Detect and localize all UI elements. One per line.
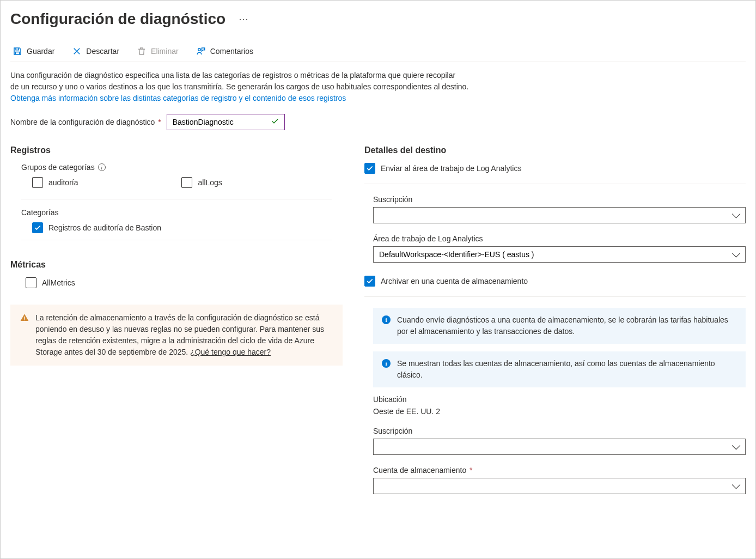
location-label: Ubicación	[373, 395, 746, 404]
la-section: Suscripción Área de trabajo de Log Analy…	[364, 195, 746, 263]
workspace-label: Área de trabajo de Log Analytics	[373, 234, 746, 243]
info-icon-1: i	[382, 315, 391, 324]
archive-storage-row: Archivar en una cuenta de almacenamiento	[364, 276, 746, 287]
right-column: Detalles del destino Enviar al área de t…	[364, 145, 746, 505]
storage-subscription-select[interactable]	[373, 439, 746, 455]
alllogs-label: allLogs	[198, 178, 222, 187]
learn-more-link[interactable]: Obtenga más información sobre las distin…	[10, 94, 346, 102]
alllogs-checkbox[interactable]	[181, 177, 192, 188]
svg-point-0	[198, 48, 200, 51]
storage-subscription-select-wrap	[373, 439, 746, 455]
discard-button[interactable]: Descartar	[70, 45, 121, 57]
discard-label: Descartar	[86, 47, 119, 56]
auditoria-label: auditoría	[48, 178, 78, 187]
name-label: Nombre de la configuración de diagnóstic…	[10, 118, 161, 126]
archive-storage-label: Archivar en una cuenta de almacenamiento	[381, 277, 528, 285]
logs-title: Registros	[10, 145, 343, 155]
delete-button: Eliminar	[135, 45, 181, 57]
send-la-label: Enviar al área de trabajo de Log Analyti…	[381, 164, 521, 173]
categories-title: Categorías	[10, 208, 343, 217]
divider-2	[21, 240, 332, 240]
storage-account-label: Cuenta de almacenamiento *	[373, 466, 746, 475]
comments-label: Comentarios	[210, 47, 253, 56]
page-title: Configuración de diagnóstico ⋯	[10, 10, 746, 28]
info-box-1: i Cuando envíe diagnósticos a una cuenta…	[373, 308, 746, 344]
info-text-2: Se muestran todas las cuentas de almacen…	[397, 358, 737, 381]
trash-icon	[137, 46, 147, 56]
dest-divider-2	[364, 296, 746, 297]
close-icon	[72, 46, 82, 56]
desc-line2: de un recurso y uno o varios destinos a …	[10, 82, 468, 91]
auditoria-row: auditoría	[10, 177, 78, 188]
storage-account-select-wrap	[373, 478, 746, 494]
warning-link[interactable]: ¿Qué tengo que hacer?	[190, 348, 271, 356]
warning-box: La retención de almacenamiento a través …	[10, 305, 343, 366]
warning-icon	[20, 313, 29, 322]
bastion-audit-row: Registros de auditoría de Bastion	[10, 222, 343, 233]
required-asterisk: *	[156, 118, 161, 126]
warning-text-wrap: La retención de almacenamiento a través …	[35, 312, 333, 358]
diagnostic-name-input[interactable]	[167, 114, 285, 130]
subscription-select-wrap	[373, 207, 746, 223]
save-button[interactable]: Guardar	[10, 45, 57, 57]
allmetrics-row: AllMetrics	[10, 277, 343, 288]
auditoria-checkbox[interactable]	[32, 177, 43, 188]
page-title-text: Configuración de diagnóstico	[10, 10, 225, 28]
storage-account-label-text: Cuenta de almacenamiento	[373, 466, 466, 475]
save-icon	[13, 46, 22, 56]
save-label: Guardar	[27, 47, 54, 56]
workspace-select-wrap: DefaultWorkspace-<Identifier>-EUS ( east…	[373, 246, 746, 263]
metrics-title: Métricas	[10, 260, 343, 270]
storage-account-select[interactable]	[373, 478, 746, 494]
person-feedback-icon	[196, 46, 206, 56]
name-input-wrap	[167, 114, 285, 130]
name-row: Nombre de la configuración de diagnóstic…	[10, 114, 746, 130]
bastion-audit-checkbox[interactable]	[32, 222, 43, 233]
name-label-text: Nombre de la configuración de diagnóstic…	[10, 118, 155, 126]
info-icon-2: i	[382, 359, 391, 368]
desc-line1: Una configuración de diagnóstico especif…	[10, 71, 455, 80]
category-groups-title: Grupos de categorías i	[10, 163, 343, 172]
divider	[21, 199, 332, 199]
workspace-select[interactable]: DefaultWorkspace-<Identifier>-EUS ( east…	[373, 246, 746, 263]
location-value: Oeste de EE. UU. 2	[373, 407, 746, 416]
info-text-1: Cuando envíe diagnósticos a una cuenta d…	[397, 314, 737, 337]
storage-section: i Cuando envíe diagnósticos a una cuenta…	[364, 308, 746, 494]
archive-storage-checkbox[interactable]	[364, 276, 375, 287]
left-column: Registros Grupos de categorías i auditor…	[10, 145, 343, 505]
dest-divider-1	[364, 184, 746, 184]
required-asterisk-2: *	[467, 466, 472, 475]
send-la-checkbox[interactable]	[364, 163, 375, 174]
allmetrics-label: AllMetrics	[42, 278, 75, 287]
alllogs-row: allLogs	[160, 177, 222, 188]
send-la-row: Enviar al área de trabajo de Log Analyti…	[364, 163, 746, 174]
warning-text: La retención de almacenamiento a través …	[35, 313, 324, 356]
allmetrics-checkbox[interactable]	[26, 277, 36, 288]
toolbar: Guardar Descartar Eliminar Comentarios	[10, 45, 746, 62]
subscription-select[interactable]	[373, 207, 746, 223]
bastion-audit-label: Registros de auditoría de Bastion	[48, 223, 161, 232]
category-groups-text: Grupos de categorías	[21, 163, 95, 172]
comments-button[interactable]: Comentarios	[194, 45, 255, 57]
delete-label: Eliminar	[151, 47, 179, 56]
destination-title: Detalles del destino	[364, 145, 746, 155]
info-box-2: i Se muestran todas las cuentas de almac…	[373, 351, 746, 387]
subscription-label: Suscripción	[373, 195, 746, 204]
storage-subscription-label: Suscripción	[373, 427, 746, 435]
info-icon[interactable]: i	[98, 163, 106, 171]
description: Una configuración de diagnóstico especif…	[10, 70, 533, 104]
more-icon[interactable]: ⋯	[239, 13, 248, 25]
categories-text: Categorías	[21, 208, 58, 217]
